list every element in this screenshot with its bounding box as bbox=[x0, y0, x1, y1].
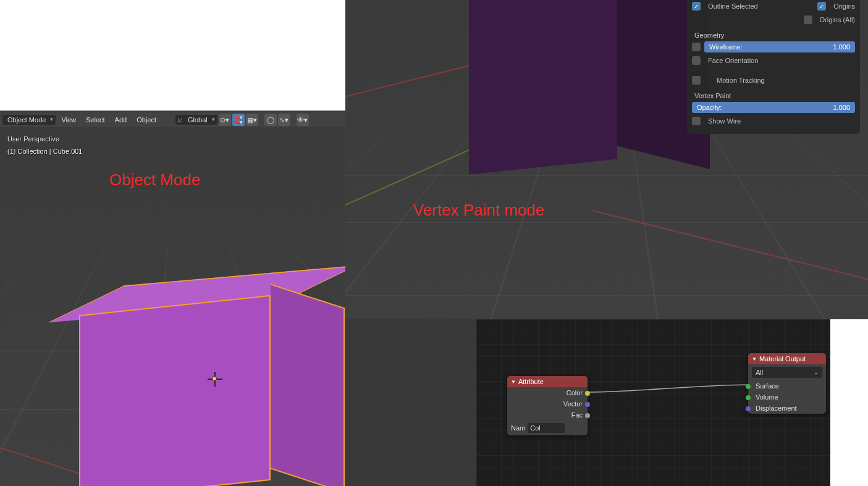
node-matout-header[interactable]: ▼ Material Output bbox=[748, 353, 826, 364]
wireframe-checkbox[interactable] bbox=[692, 43, 701, 51]
wireframe-slider[interactable]: Wireframe: 1.000 bbox=[704, 41, 855, 52]
cube-object-mode[interactable] bbox=[79, 287, 345, 486]
collapse-icon-2[interactable]: ▼ bbox=[752, 356, 757, 362]
show-wire-label: Show Wire bbox=[704, 117, 741, 125]
socket-color-out[interactable] bbox=[585, 391, 590, 396]
socket-volume-in[interactable] bbox=[746, 395, 751, 400]
origins-all-label: Origins (All) bbox=[816, 16, 855, 23]
target-row: All ⌄ bbox=[748, 364, 826, 380]
perspective-label: User Perspective bbox=[7, 135, 59, 143]
socket-fac-out[interactable] bbox=[585, 413, 590, 418]
wireframe-value: 1.000 bbox=[833, 43, 850, 51]
target-select[interactable]: All ⌄ bbox=[752, 367, 822, 378]
opacity-label: Opacity: bbox=[697, 104, 722, 111]
viewport-object-mode[interactable]: Object Mode View Select Add Object ⟀ Glo… bbox=[0, 111, 345, 486]
target-value: All bbox=[756, 369, 763, 376]
socket-vector-out[interactable] bbox=[585, 402, 590, 407]
section-vertex-paint: Vertex Paint bbox=[692, 87, 855, 101]
mode-label: Object Mode bbox=[7, 116, 46, 124]
node-matout-title: Material Output bbox=[759, 355, 806, 362]
snap-type[interactable]: ▦▾ bbox=[246, 114, 258, 126]
outline-selected-checkbox[interactable]: ✓ bbox=[692, 2, 701, 10]
node-editor[interactable]: ▼ Attribute Color Vector Fac Nam ▼ Mater… bbox=[476, 319, 830, 486]
socket-fac-label: Fac bbox=[571, 411, 583, 419]
wireframe-label: Wireframe: bbox=[709, 43, 743, 51]
socket-surface-in[interactable] bbox=[746, 384, 751, 389]
proportional-type[interactable]: ∿▾ bbox=[278, 114, 290, 126]
socket-surface-label: Surface bbox=[752, 382, 779, 390]
node-attribute-title: Attribute bbox=[518, 378, 544, 385]
node-material-output[interactable]: ▼ Material Output All ⌄ Surface Volume D… bbox=[748, 353, 826, 414]
attr-name-row: Nam bbox=[507, 421, 588, 435]
socket-fac-row: Fac bbox=[507, 409, 588, 421]
attr-name-label: Nam bbox=[511, 424, 525, 432]
visibility-icon[interactable]: 👁▾ bbox=[297, 114, 309, 126]
origins-all-checkbox[interactable] bbox=[804, 15, 812, 24]
show-wire-checkbox[interactable] bbox=[692, 117, 701, 125]
origins-label: Origins bbox=[830, 2, 855, 10]
collapse-icon[interactable]: ▼ bbox=[511, 379, 516, 385]
proportional-toggle[interactable]: ◯ bbox=[264, 114, 277, 126]
opacity-slider[interactable]: Opacity: 1.000 bbox=[692, 102, 855, 113]
socket-vector-label: Vector bbox=[563, 400, 583, 408]
orientation-icon: ⟀ bbox=[179, 116, 183, 124]
cube-face-front bbox=[469, 0, 617, 175]
origins-checkbox[interactable]: ✓ bbox=[817, 2, 826, 10]
chevron-down-icon: ⌄ bbox=[814, 369, 819, 375]
face-orientation-label: Face Orientation bbox=[704, 57, 758, 64]
orientation-label: Global bbox=[188, 116, 208, 124]
white-gap-right bbox=[830, 319, 868, 486]
snap-toggle[interactable]: 🧲 bbox=[232, 114, 245, 126]
cube2-face-side bbox=[271, 284, 345, 486]
node-attribute[interactable]: ▼ Attribute Color Vector Fac Nam bbox=[507, 376, 588, 435]
object-origin-gizmo bbox=[209, 373, 221, 385]
overlay-panel: ✓ Outline Selected ✓ Origins Origins (Al… bbox=[687, 0, 860, 134]
face-orientation-checkbox[interactable] bbox=[692, 56, 701, 65]
menu-object[interactable]: Object bbox=[132, 115, 161, 125]
motion-tracking-checkbox[interactable] bbox=[692, 76, 701, 85]
outline-selected-label: Outline Selected bbox=[704, 2, 758, 10]
socket-color-row: Color bbox=[507, 387, 588, 398]
orientation-select[interactable]: ⟀ Global bbox=[175, 115, 217, 125]
mode-select[interactable]: Object Mode bbox=[2, 115, 56, 125]
socket-surface-row: Surface bbox=[748, 380, 826, 392]
socket-volume-row: Volume bbox=[748, 392, 826, 403]
node-attribute-header[interactable]: ▼ Attribute bbox=[507, 376, 588, 387]
attr-name-input[interactable] bbox=[528, 423, 565, 433]
socket-displacement-label: Displacement bbox=[752, 404, 797, 412]
cube-vertex-paint[interactable] bbox=[469, 0, 704, 173]
annotation-object-mode: Object Mode bbox=[109, 170, 200, 190]
menu-select[interactable]: Select bbox=[82, 115, 109, 125]
socket-vector-row: Vector bbox=[507, 398, 588, 409]
socket-displacement-row: Displacement bbox=[748, 403, 826, 414]
socket-color-label: Color bbox=[567, 389, 583, 396]
collection-label: (1) Collection | Cube.001 bbox=[7, 148, 82, 155]
pivot-icon[interactable]: ⊙▾ bbox=[219, 114, 231, 126]
section-geometry: Geometry bbox=[692, 27, 855, 40]
annotation-vertex-paint: Vertex Paint mode bbox=[413, 201, 544, 220]
cube2-face-front bbox=[79, 295, 271, 486]
socket-displacement-in[interactable] bbox=[746, 406, 751, 411]
opacity-value: 1.000 bbox=[833, 104, 850, 111]
blank-panel bbox=[0, 0, 345, 111]
socket-volume-label: Volume bbox=[752, 393, 778, 401]
menu-add[interactable]: Add bbox=[111, 115, 132, 125]
motion-tracking-label: Motion Tracking bbox=[704, 77, 765, 84]
viewport-header: Object Mode View Select Add Object ⟀ Glo… bbox=[0, 112, 345, 127]
menu-view[interactable]: View bbox=[57, 115, 80, 125]
